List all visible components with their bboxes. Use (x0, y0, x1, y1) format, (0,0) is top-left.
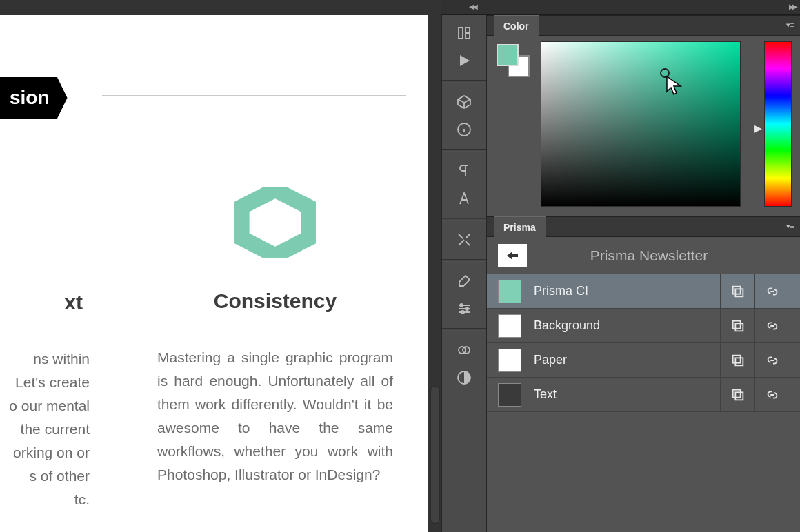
swatch-row[interactable]: Background (487, 309, 800, 343)
swatch-chip (498, 314, 521, 338)
swatch-row[interactable]: Prisma CI (487, 274, 800, 309)
svg-point-3 (466, 307, 468, 310)
copy-button[interactable] (720, 274, 754, 309)
section-divider (102, 95, 406, 96)
link-button[interactable] (754, 309, 789, 343)
collapse-right-icon[interactable]: ▶▶ (789, 3, 796, 10)
svg-point-6 (463, 347, 470, 354)
cc-icon[interactable] (449, 338, 479, 362)
svg-rect-12 (735, 358, 743, 365)
play-icon[interactable] (449, 48, 479, 73)
swatch-name: Background (534, 318, 708, 333)
color-panel-body: ▶ (487, 36, 800, 216)
svg-rect-10 (735, 323, 743, 331)
column-right: Consistency Mastering a single graphic p… (157, 187, 393, 487)
fg-swatch[interactable] (497, 44, 519, 66)
svg-rect-14 (735, 392, 743, 400)
document-page[interactable]: sion xt ns within Let's create o our men… (0, 15, 428, 532)
sliders-icon[interactable] (449, 296, 479, 321)
col1-body: ns within Let's create o our mental the … (0, 347, 90, 511)
swatch-chip (498, 280, 521, 303)
swatch-chip (498, 383, 521, 407)
brush-icon[interactable] (449, 269, 479, 294)
hexagon-icon (234, 187, 316, 258)
copy-button[interactable] (720, 378, 754, 412)
color-panel-header: Color ▾≡ (487, 15, 800, 36)
swatch-name: Text (534, 387, 708, 402)
svg-rect-13 (732, 355, 740, 362)
panels: Color ▾≡ ▶ Prisma ▾≡ Prisma Newsletter P… (487, 0, 800, 532)
prisma-panel-header: Prisma ▾≡ (487, 216, 800, 237)
panel-menu-icon[interactable]: ▾≡ (786, 21, 794, 30)
scrollbar[interactable] (430, 386, 440, 524)
hue-handle-icon[interactable]: ▶ (754, 123, 762, 134)
svg-rect-8 (735, 289, 743, 296)
collapse-left-icon[interactable]: ◀◀ (469, 3, 476, 10)
row-actions (720, 274, 789, 309)
prisma-panel-body: Prisma Newsletter Prisma CIBackgroundPap… (487, 237, 800, 532)
copy-button[interactable] (720, 309, 754, 343)
panel-menu-icon[interactable]: ▾≡ (786, 222, 794, 231)
link-button[interactable] (754, 274, 789, 309)
color-panel-tab[interactable]: Color (494, 15, 539, 36)
contrast-icon[interactable] (449, 365, 479, 390)
arrange-icon[interactable] (449, 21, 479, 45)
info-icon[interactable] (449, 117, 479, 142)
back-button[interactable] (498, 244, 527, 267)
svg-point-4 (461, 311, 464, 314)
paragraph-icon[interactable] (449, 158, 479, 183)
color-picker-field[interactable] (541, 41, 741, 207)
swatch-row[interactable]: Paper (487, 343, 800, 378)
character-icon[interactable] (449, 186, 479, 211)
svg-rect-9 (732, 286, 740, 294)
hue-bar[interactable] (764, 41, 792, 207)
link-button[interactable] (754, 378, 789, 412)
svg-point-2 (460, 304, 463, 307)
svg-rect-11 (732, 320, 740, 328)
copy-button[interactable] (720, 343, 754, 378)
prisma-breadcrumb-row: Prisma Newsletter (487, 237, 800, 274)
picker-cursor[interactable] (660, 68, 670, 78)
mouse-cursor-icon (666, 75, 682, 101)
col2-heading: Consistency (157, 289, 393, 313)
row-actions (720, 343, 789, 378)
column-left: xt ns within Let's create o our mental t… (0, 187, 90, 511)
swatch-row[interactable]: Text (487, 378, 800, 412)
panel-topbar: ◀◀ ▶▶ (441, 0, 800, 15)
col2-body: Mastering a single graphic program is ha… (157, 346, 393, 487)
prisma-panel-tab[interactable]: Prisma (494, 216, 546, 237)
toolstrip (441, 0, 487, 532)
swatch-chip (498, 349, 521, 372)
swatch-name: Prisma CI (534, 284, 708, 298)
col1-heading: xt (0, 291, 90, 314)
svg-marker-0 (241, 190, 308, 255)
row-actions (720, 378, 789, 412)
canvas-area: sion xt ns within Let's create o our men… (0, 0, 441, 532)
link-button[interactable] (754, 343, 789, 378)
breadcrumb-title: Prisma Newsletter (538, 247, 789, 264)
section-tab: sion (0, 77, 68, 119)
fg-bg-swatches[interactable] (497, 44, 530, 77)
tools-icon[interactable] (449, 227, 479, 252)
row-actions (720, 309, 789, 343)
swatch-list: Prisma CIBackgroundPaperText (487, 274, 800, 412)
package-icon[interactable] (449, 90, 479, 114)
svg-rect-15 (732, 389, 740, 397)
swatch-name: Paper (534, 353, 708, 367)
